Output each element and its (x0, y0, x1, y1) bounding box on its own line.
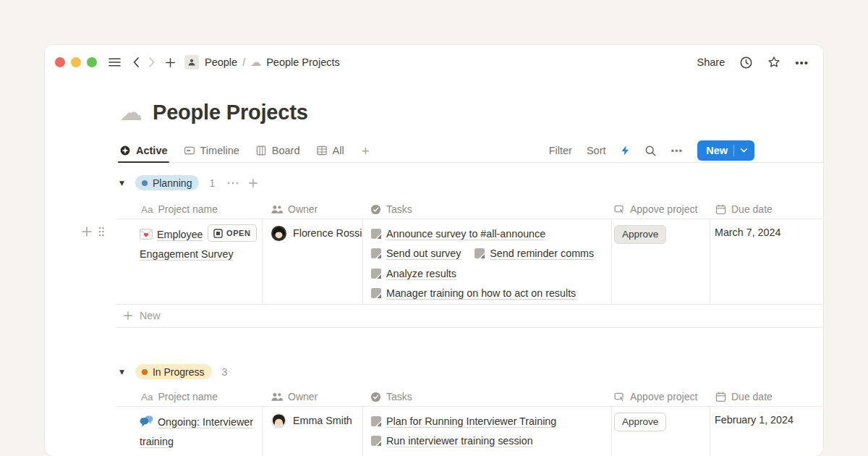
tasks-cell: Announce survey to #all-announce Send ou… (362, 219, 611, 304)
zoom-window-button[interactable] (87, 57, 97, 67)
task-link[interactable]: Run interviewer training session (371, 435, 533, 447)
favorite-star-icon[interactable] (767, 56, 780, 69)
breadcrumb-separator: / (242, 56, 245, 68)
love-letter-icon (140, 229, 153, 240)
check-circle-icon (370, 392, 381, 402)
page-icon (371, 269, 381, 279)
owner-cell[interactable]: Emma Smith (262, 407, 362, 456)
approve-cell: Approve (611, 219, 710, 304)
close-window-button[interactable] (55, 57, 65, 67)
column-header-project-name[interactable]: Aa Project name (116, 387, 262, 406)
open-page-button[interactable]: OPEN (208, 224, 257, 242)
approve-cell: Approve (611, 407, 710, 456)
new-page-icon[interactable] (165, 57, 176, 68)
add-row-button[interactable]: New (116, 305, 823, 328)
project-cell: Ongoing: Interviewer training (116, 407, 262, 456)
table-header-row: Aa Project name Owner Tasks Appove proje… (116, 200, 823, 219)
task-link[interactable]: Manager training on how to act on result… (371, 287, 576, 299)
status-dot-blue (142, 180, 148, 186)
back-icon[interactable] (132, 56, 140, 68)
task-link[interactable]: Plan for Running Interviewer Training (371, 415, 556, 427)
breadcrumb-parent[interactable]: People (205, 56, 237, 68)
drag-handle-icon[interactable] (98, 226, 105, 237)
due-date-cell[interactable]: February 1, 2024 (710, 407, 823, 456)
page-icon (371, 288, 381, 298)
group-more-icon[interactable]: ⋯ (226, 177, 239, 189)
sidebar-menu-icon[interactable] (109, 57, 121, 67)
avatar-emma-smith (271, 413, 286, 428)
tab-timeline[interactable]: Timeline (184, 139, 239, 162)
column-header-tasks[interactable]: Tasks (362, 387, 611, 406)
column-header-approve-project[interactable]: Appove project (611, 200, 710, 219)
insert-row-plus-icon[interactable] (81, 226, 93, 237)
page-cloud-icon[interactable]: ☁ (119, 101, 142, 124)
collapse-triangle-icon[interactable]: ▼ (119, 180, 124, 187)
cloud-icon: ☁ (250, 56, 261, 69)
owner-cell[interactable]: Florence Rossi (262, 219, 362, 304)
page-icon (371, 229, 381, 239)
view-controls: Filter Sort ••• New (549, 140, 754, 161)
share-button[interactable]: Share (697, 56, 726, 68)
page-header: ☁ People Projects (119, 100, 308, 125)
updates-clock-icon[interactable] (739, 56, 753, 69)
check-circle-icon (370, 204, 381, 215)
approve-button[interactable]: Approve (614, 413, 666, 431)
timeline-view-icon (184, 145, 195, 156)
forward-icon[interactable] (148, 56, 156, 68)
open-peek-icon (213, 229, 223, 238)
search-icon[interactable] (644, 145, 657, 157)
column-header-project-name[interactable]: Aa Project name (116, 200, 262, 219)
column-header-tasks[interactable]: Tasks (362, 200, 611, 219)
table-header-row: Aa Project name Owner Tasks Appove proje… (116, 387, 823, 407)
approve-button[interactable]: Approve (614, 225, 666, 244)
calendar-icon (715, 392, 726, 402)
collapse-triangle-icon[interactable]: ▼ (119, 368, 124, 376)
task-link[interactable]: Send out survey (371, 248, 461, 259)
people-icon (271, 392, 283, 402)
tab-active[interactable]: Active (119, 139, 168, 162)
table-planning: Aa Project name Owner Tasks Appove proje… (116, 200, 823, 328)
people-database-icon[interactable] (184, 55, 199, 69)
group-tag-in-progress[interactable]: In Progress (135, 364, 212, 379)
table-in-progress: Aa Project name Owner Tasks Appove proje… (116, 387, 823, 456)
row-gutter-controls (81, 226, 105, 237)
column-header-owner[interactable]: Owner (262, 387, 362, 406)
table-row: Employee Engagement Survey OPEN Florence… (116, 219, 823, 305)
group-tag-planning[interactable]: Planning (135, 175, 200, 190)
column-header-due-date[interactable]: Due date (710, 200, 823, 219)
column-header-approve-project[interactable]: Appove project (611, 387, 710, 406)
group-header-in-progress: ▼ In Progress 3 (119, 364, 227, 379)
page-title[interactable]: People Projects (153, 100, 308, 125)
due-date-cell[interactable]: March 7, 2024 (710, 219, 823, 304)
more-options-icon[interactable]: ••• (795, 56, 809, 69)
new-button-divider (733, 145, 734, 156)
column-header-owner[interactable]: Owner (262, 200, 362, 219)
text-property-icon: Aa (141, 392, 153, 402)
project-title-link[interactable]: Ongoing: Interviewer training (140, 416, 253, 447)
column-header-due-date[interactable]: Due date (710, 387, 823, 406)
task-link[interactable]: Announce survey to #all-announce (371, 228, 545, 240)
filter-button[interactable]: Filter (549, 145, 572, 156)
breadcrumb-current[interactable]: People Projects (266, 56, 340, 68)
tab-all[interactable]: All (316, 139, 344, 162)
add-view-icon[interactable]: + (362, 144, 370, 158)
minimize-window-button[interactable] (71, 57, 81, 67)
star-circle-view-icon (119, 145, 131, 156)
task-link[interactable]: Send reminder comms (475, 248, 594, 259)
tab-board[interactable]: Board (255, 139, 300, 162)
speech-bubbles-icon (140, 415, 153, 427)
window-topbar: People / ☁ People Projects Share ••• (55, 52, 809, 72)
page-icon (371, 436, 381, 446)
view-more-icon[interactable]: ••• (671, 145, 684, 156)
chevron-down-icon (740, 148, 748, 153)
automation-bolt-icon[interactable] (621, 145, 630, 156)
task-link[interactable]: Analyze results (371, 268, 456, 279)
sort-button[interactable]: Sort (587, 145, 606, 156)
group-add-icon[interactable] (248, 178, 258, 188)
text-property-icon: Aa (141, 204, 153, 215)
owner-name: Florence Rossi (293, 226, 362, 239)
page-icon (371, 416, 381, 426)
new-button[interactable]: New (697, 140, 754, 161)
page-icon (371, 248, 381, 258)
group-header-planning: ▼ Planning 1 ⋯ (119, 175, 258, 190)
